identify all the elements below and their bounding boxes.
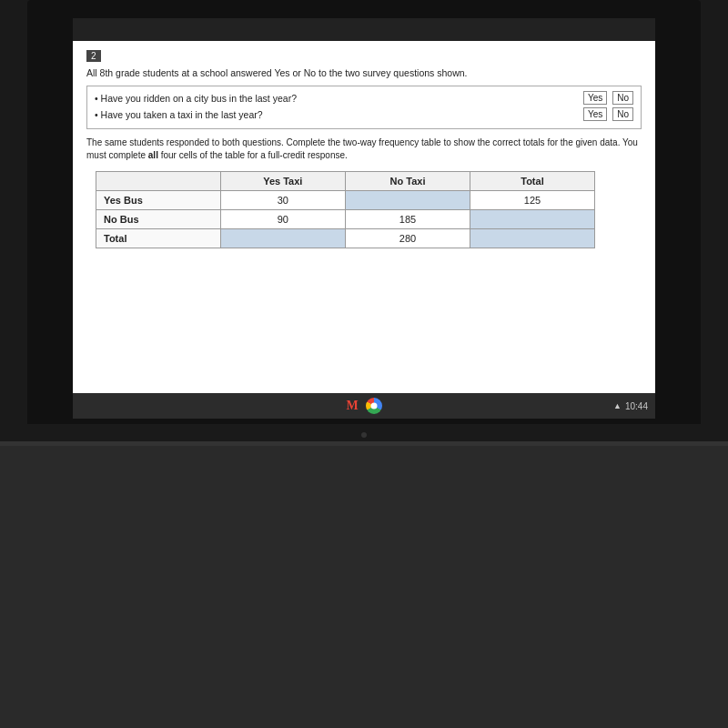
content-area: 2 All 8th grade students at a school ans…: [73, 41, 655, 258]
screen-top-bar: [73, 18, 655, 41]
screen-bezel: 2 All 8th grade students at a school ans…: [27, 0, 701, 446]
survey-questions-box: • Have you ridden on a city bus in the l…: [86, 86, 642, 129]
row-label-total: Total: [96, 229, 221, 248]
survey-row-1: • Have you ridden on a city bus in the l…: [95, 91, 633, 105]
taskbar-icons: M: [346, 398, 381, 414]
cell-total-total[interactable]: [470, 229, 594, 248]
table-row-no-bus: No Bus 90 185: [96, 210, 595, 229]
no-box-1[interactable]: No: [612, 91, 633, 105]
intro-text: All 8th grade students at a school answe…: [86, 67, 642, 78]
table-row-total: Total 280: [96, 229, 595, 248]
cell-yes-bus-no-taxi[interactable]: [346, 191, 470, 210]
instruction-text: The same students responded to both ques…: [86, 136, 642, 162]
yes-box-1[interactable]: Yes: [583, 91, 607, 105]
chrome-icon[interactable]: [366, 398, 382, 414]
wifi-icon: ▲: [613, 401, 622, 410]
cell-no-bus-yes-taxi: 90: [220, 210, 345, 229]
cell-total-no-taxi: 280: [346, 229, 470, 248]
cell-yes-bus-yes-taxi: 30: [220, 191, 345, 210]
row-label-no-bus: No Bus: [96, 210, 221, 229]
gmail-icon[interactable]: M: [346, 399, 358, 413]
cell-no-bus-total[interactable]: [470, 210, 594, 229]
taskbar-right: ▲ 10:44: [613, 401, 648, 411]
screen-taskbar: M ▲ 10:44: [73, 393, 655, 419]
laptop-body: FULLHD •1080• acer esc ← → ↻ ⬜ ▤ ○ ◉ 🔇 ▾…: [0, 446, 728, 728]
yes-box-2[interactable]: Yes: [583, 107, 607, 121]
row-label-yes-bus: Yes Bus: [96, 191, 221, 210]
laptop-outer: 2 All 8th grade students at a school ans…: [0, 0, 728, 728]
instruction-bold: all: [148, 150, 158, 160]
table-row-yes-bus: Yes Bus 30 125: [96, 191, 595, 210]
survey-row-2: • Have you taken a taxi in the last year…: [95, 107, 633, 121]
cell-yes-bus-total: 125: [470, 191, 594, 210]
screen: 2 All 8th grade students at a school ans…: [73, 18, 655, 419]
table-header-no-taxi: No Taxi: [346, 172, 470, 191]
taskbar-time: 10:44: [625, 401, 648, 411]
cell-no-bus-no-taxi: 185: [346, 210, 470, 229]
table-header-empty: [96, 172, 221, 191]
survey-question-1: • Have you ridden on a city bus in the l…: [95, 93, 578, 104]
no-box-2[interactable]: No: [612, 107, 633, 121]
table-header-total: Total: [470, 172, 594, 191]
camera: [361, 432, 367, 438]
frequency-table: Yes Taxi No Taxi Total Yes Bus 30 125: [96, 171, 595, 248]
survey-question-2: • Have you taken a taxi in the last year…: [95, 109, 578, 120]
question-number: 2: [86, 50, 101, 62]
cell-total-yes-taxi[interactable]: [220, 229, 345, 248]
table-header-yes-taxi: Yes Taxi: [220, 172, 345, 191]
